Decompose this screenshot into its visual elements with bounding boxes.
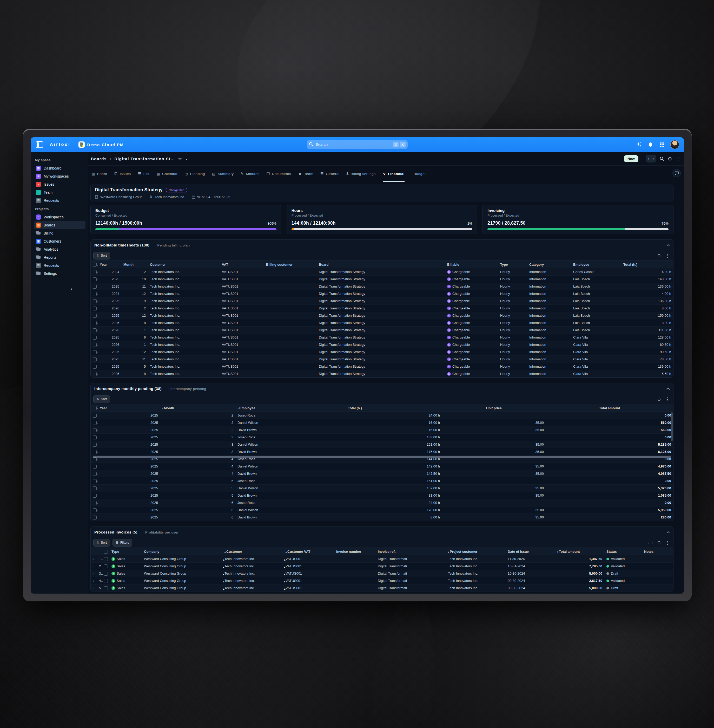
project-tab[interactable]: ☷ General <box>320 165 339 182</box>
row-checkbox[interactable] <box>93 335 97 340</box>
total-hours-link[interactable]: 80.50 h <box>660 343 671 347</box>
board-link[interactable]: Digital Transformation Strategy <box>319 357 365 361</box>
row-checkbox[interactable] <box>104 557 108 561</box>
refresh-icon[interactable] <box>657 541 661 545</box>
column-header[interactable]: Type <box>498 263 527 266</box>
breadcrumb-root[interactable]: Boards <box>91 156 107 161</box>
row-checkbox[interactable] <box>93 358 97 361</box>
sidebar-item[interactable]: Analytics <box>34 245 86 253</box>
row-checkbox[interactable] <box>93 292 97 296</box>
board-link[interactable]: Digital Transformation Strategy <box>319 306 365 310</box>
board-link[interactable]: Digital Transformation Strategy <box>319 350 365 354</box>
board-link[interactable]: Digital Transformation Strategy <box>319 284 365 288</box>
cell-customer-vat[interactable]: VATUS001 <box>284 579 334 583</box>
user-avatar[interactable] <box>670 140 679 149</box>
total-hours-link[interactable]: 142.50 h <box>427 472 440 475</box>
row-checkbox[interactable] <box>104 564 108 569</box>
total-hours-link[interactable]: 16.00 h <box>429 421 440 424</box>
row-checkbox[interactable] <box>93 465 97 469</box>
row-checkbox[interactable] <box>93 270 97 274</box>
search-icon[interactable] <box>660 156 664 161</box>
column-header[interactable]: Month <box>122 263 148 266</box>
new-button[interactable]: New <box>624 155 638 162</box>
total-hours-link[interactable]: 151.00 h <box>427 442 440 447</box>
column-header[interactable]: Invoice ref. <box>376 550 446 554</box>
refresh-icon[interactable] <box>657 254 661 258</box>
column-header-sorted-asc[interactable]: Customer VAT <box>284 550 334 554</box>
refresh-icon[interactable] <box>668 156 672 161</box>
row-checkbox[interactable] <box>104 586 108 590</box>
column-header[interactable]: Year <box>98 406 160 410</box>
column-header[interactable]: Date of issue <box>506 550 555 554</box>
kebab-menu-icon[interactable]: ⋮ <box>665 397 670 402</box>
total-hours-link[interactable]: 8.00 h <box>662 321 671 325</box>
total-hours-link[interactable]: 170.00 h <box>427 508 440 512</box>
row-checkbox[interactable] <box>104 572 108 576</box>
page-prev-icon[interactable]: ‹ <box>648 540 649 545</box>
chevron-down-icon[interactable]: ⌄ <box>185 157 188 160</box>
cell-customer-vat[interactable]: VATUS001 <box>284 586 334 590</box>
row-checkbox[interactable] <box>93 443 97 447</box>
project-tab[interactable]: ▦ Calendar <box>156 165 177 182</box>
total-hours-link[interactable]: 175.00 h <box>427 450 440 454</box>
column-header[interactable]: Board <box>317 263 445 266</box>
column-header[interactable]: Type <box>110 550 142 554</box>
project-tab[interactable]: ☰ List <box>138 165 150 182</box>
row-expand-chevron-icon[interactable]: › <box>91 565 97 568</box>
board-link[interactable]: Digital Transformation Strategy <box>319 270 365 274</box>
column-header[interactable]: Employee <box>571 263 621 266</box>
ai-sparkles-icon[interactable] <box>636 142 642 147</box>
column-header[interactable]: Year <box>98 263 122 266</box>
cell-customer-vat[interactable]: VATUS001 <box>284 572 334 575</box>
column-header[interactable]: Customer <box>148 263 220 266</box>
total-hours-link[interactable]: 4.00 h <box>662 270 671 274</box>
total-hours-link[interactable]: 128.00 h <box>658 335 671 339</box>
column-header[interactable]: Total (h.) <box>621 263 673 266</box>
notifications-bell-icon[interactable] <box>648 142 653 147</box>
section-secondary-tab[interactable]: Intercompany pending <box>170 387 206 391</box>
cell-customer[interactable]: Tech Innovators Inc. <box>222 586 284 590</box>
column-header[interactable]: Invoice number <box>334 550 376 554</box>
sidebar-item[interactable]: Billing <box>34 229 86 237</box>
column-header[interactable]: Total (h.) <box>325 406 442 410</box>
board-link[interactable]: Digital Transformation Strategy <box>319 277 365 281</box>
global-search-input[interactable]: Search ⌘ K <box>307 140 408 149</box>
board-link[interactable]: Digital Transformation Strategy <box>319 292 365 296</box>
row-checkbox[interactable] <box>93 372 97 376</box>
board-link[interactable]: Digital Transformation Strategy <box>319 372 365 376</box>
row-checkbox[interactable] <box>93 421 97 425</box>
row-number-link[interactable]: 2 <box>99 564 103 568</box>
total-hours-link[interactable]: 136.00 h <box>658 299 671 303</box>
column-header[interactable]: Billable <box>445 263 498 266</box>
total-hours-link[interactable]: 4.00 h <box>662 292 671 296</box>
project-tab[interactable]: ◷ Planning <box>185 165 205 182</box>
sidebar-item[interactable]: ≣ Workspaces <box>34 213 86 221</box>
cell-customer[interactable]: Tech Innovators Inc. <box>222 579 284 583</box>
collapse-chevron-icon[interactable] <box>667 531 670 534</box>
horizontal-scrollbar[interactable] <box>93 456 671 458</box>
page-next-icon[interactable]: › <box>652 540 653 545</box>
total-hours-link[interactable]: 152.00 h <box>427 486 440 490</box>
sidebar-item[interactable]: ∷ Team <box>34 188 86 196</box>
row-checkbox[interactable] <box>93 285 97 289</box>
row-checkbox[interactable] <box>93 436 97 439</box>
total-hours-link[interactable]: 24.00 h <box>429 501 440 505</box>
row-checkbox[interactable] <box>93 343 97 347</box>
total-hours-link[interactable]: 31.00 h <box>429 493 440 497</box>
board-link[interactable]: Digital Transformation Strategy <box>319 343 365 347</box>
back-arrow-icon[interactable]: ‹ <box>648 156 649 161</box>
column-header-sorted-desc[interactable]: Total amount <box>555 550 604 554</box>
board-link[interactable]: Digital Transformation Strategy <box>319 364 365 369</box>
total-hours-link[interactable]: 143.00 h <box>658 277 671 281</box>
kebab-menu-icon[interactable]: ⋮ <box>665 253 670 259</box>
project-tab[interactable]: Budget <box>412 165 426 182</box>
row-checkbox[interactable] <box>104 579 108 583</box>
sort-button[interactable]: ⇅Sort <box>93 396 110 403</box>
project-tab[interactable]: ☑ Issues <box>114 165 131 182</box>
board-link[interactable]: Digital Transformation Strategy <box>319 328 365 332</box>
sidebar-item[interactable]: ▣ Customers <box>34 237 86 245</box>
row-checkbox[interactable] <box>93 314 97 318</box>
row-checkbox[interactable] <box>93 321 97 325</box>
column-header[interactable]: Unit price <box>442 406 546 410</box>
project-tab[interactable]: ❐ Documents <box>266 165 291 182</box>
